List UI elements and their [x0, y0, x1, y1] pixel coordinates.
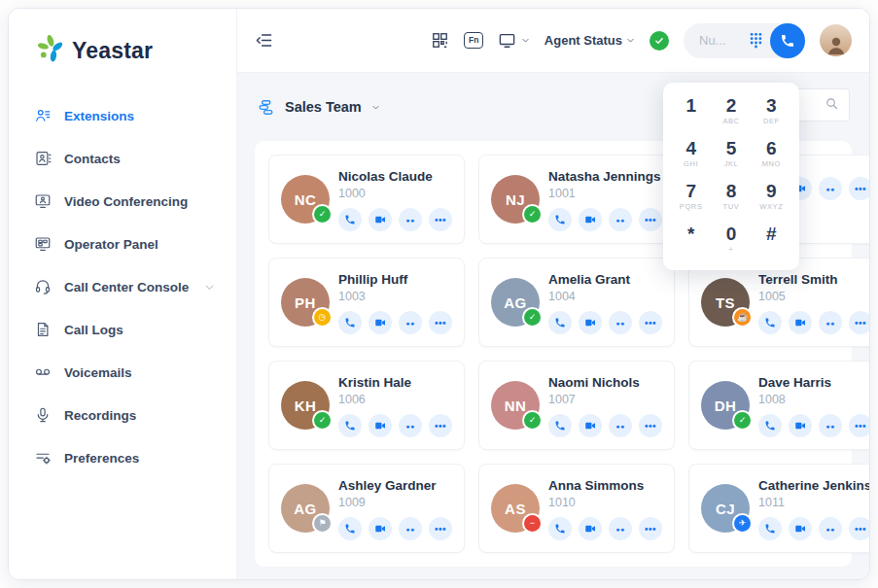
video-call-button[interactable]	[579, 517, 602, 540]
dialpad-key-4[interactable]: 4GHI	[671, 139, 711, 177]
dialpad-key-#[interactable]: #	[752, 225, 791, 262]
sidebar-item-recordings[interactable]: Recordings	[34, 394, 236, 436]
voicemail-button[interactable]: ●●	[399, 208, 422, 231]
device-selector[interactable]	[498, 31, 530, 50]
video-call-button[interactable]	[789, 517, 812, 540]
dialpad-key-3[interactable]: 3DEF	[752, 96, 791, 134]
extension-card[interactable]: CJ✈Catherine Jenkins1011●●•••	[688, 464, 870, 553]
extension-card[interactable]: AG✓Amelia Grant1004●●•••	[478, 258, 675, 347]
voicemail-button[interactable]: ●●	[609, 414, 632, 437]
more-options-button[interactable]: •••	[639, 208, 662, 231]
video-call-button[interactable]	[369, 414, 392, 437]
dialpad-key-7[interactable]: 7PQRS	[671, 182, 711, 220]
video-call-button[interactable]	[579, 208, 602, 231]
voicemail-button[interactable]: ●●	[609, 311, 632, 334]
extension-card[interactable]: PH◷Phillip Huff1003●●•••	[268, 258, 465, 347]
voicemail-button[interactable]: ●●	[819, 414, 842, 437]
operator-panel-icon	[34, 235, 52, 253]
dialpad-key-6[interactable]: 6MNO	[752, 139, 791, 177]
search-icon	[825, 96, 839, 115]
video-call-button[interactable]	[579, 311, 602, 334]
more-options-button[interactable]: •••	[429, 414, 452, 437]
sidebar-item-contacts[interactable]: Contacts	[34, 137, 236, 180]
more-options-button[interactable]: •••	[639, 311, 662, 334]
extension-card[interactable]: DH✓Dave Harris1008●●•••	[688, 361, 870, 450]
audio-call-button[interactable]	[338, 311, 362, 334]
audio-call-button[interactable]	[758, 311, 782, 334]
user-avatar[interactable]	[820, 24, 852, 56]
voicemail-button[interactable]: ●●	[819, 177, 842, 200]
more-options-button[interactable]: •••	[429, 208, 452, 231]
more-options-button[interactable]: •••	[429, 517, 452, 540]
video-call-button[interactable]	[369, 311, 392, 334]
sidebar-item-call-center-console[interactable]: Call Center Console	[34, 265, 236, 308]
sidebar-item-operator-panel[interactable]: Operator Panel	[34, 223, 236, 265]
more-options-button[interactable]: •••	[849, 517, 870, 540]
group-selector[interactable]: Sales Team	[285, 99, 362, 115]
call-button[interactable]	[770, 23, 805, 58]
recordings-icon	[34, 406, 52, 424]
audio-call-button[interactable]	[758, 517, 782, 540]
video-call-button[interactable]	[369, 208, 392, 231]
sidebar-item-label: Operator Panel	[64, 237, 158, 252]
function-keys-icon[interactable]: Fn	[464, 32, 482, 49]
video-call-button[interactable]	[789, 311, 812, 334]
dialpad-key-0[interactable]: 0+	[711, 225, 751, 262]
more-options-button[interactable]: •••	[639, 414, 662, 437]
sidebar-item-extensions[interactable]: Extensions	[34, 94, 236, 137]
dial-number-input[interactable]	[697, 32, 742, 49]
extension-card[interactable]: KH✓Kristin Hale1006●●•••	[268, 361, 465, 450]
extension-card[interactable]: NJ✓Natasha Jennings1001●●•••	[478, 155, 675, 244]
chevron-down-icon[interactable]	[371, 103, 380, 112]
audio-call-button[interactable]	[548, 311, 572, 334]
chevron-down-icon	[204, 282, 215, 293]
more-options-button[interactable]: •••	[639, 517, 662, 540]
sidebar-item-call-logs[interactable]: Call Logs	[34, 308, 236, 351]
more-options-button[interactable]: •••	[849, 177, 870, 200]
dialpad-key-8[interactable]: 8TUV	[711, 182, 751, 220]
audio-call-button[interactable]	[338, 208, 362, 231]
dialpad-key-9[interactable]: 9WXYZ	[752, 182, 791, 220]
voicemail-button[interactable]: ●●	[399, 414, 422, 437]
more-options-button[interactable]: •••	[849, 311, 870, 334]
audio-call-button[interactable]	[758, 414, 782, 437]
video-call-button[interactable]	[789, 414, 812, 437]
extension-card[interactable]: AS−Anna Simmons1010●●•••	[478, 464, 675, 553]
status-available-badge: ✓	[522, 204, 543, 225]
dialpad-key-*[interactable]: *	[671, 225, 711, 262]
sidebar-item-voicemails[interactable]: Voicemails	[34, 351, 236, 394]
extension-card[interactable]: NN✓Naomi Nichols1007●●•••	[478, 361, 675, 450]
extension-card[interactable]: AG⚑Ashley Gardner1009●●•••	[268, 464, 465, 553]
video-call-button[interactable]	[369, 517, 392, 540]
collapse-sidebar-icon[interactable]	[255, 31, 273, 50]
voicemail-button[interactable]: ●●	[819, 311, 842, 334]
extension-number: 1007	[548, 393, 662, 406]
more-options-button[interactable]: •••	[849, 414, 870, 437]
presence-available-icon[interactable]	[650, 31, 669, 51]
extension-name: Naomi Nichols	[548, 375, 662, 390]
status-available-badge: ✓	[522, 307, 543, 328]
voicemail-button[interactable]: ●●	[609, 517, 632, 540]
more-options-button[interactable]: •••	[429, 311, 452, 334]
audio-call-button[interactable]	[548, 517, 572, 540]
dialpad-key-5[interactable]: 5JKL	[711, 139, 751, 177]
agent-status-dropdown[interactable]: Agent Status	[544, 33, 635, 48]
audio-call-button[interactable]	[548, 414, 572, 437]
voicemail-button[interactable]: ●●	[399, 311, 422, 334]
sidebar-item-preferences[interactable]: Preferences	[34, 436, 236, 479]
dialpad-icon[interactable]	[750, 32, 762, 49]
dialpad-key-1[interactable]: 1	[671, 96, 711, 134]
sidebar-item-video-conferencing[interactable]: Video Conferencing	[34, 180, 236, 223]
voicemail-button[interactable]: ●●	[819, 517, 842, 540]
audio-call-button[interactable]	[338, 517, 362, 540]
extension-card[interactable]: TS☕Terrell Smith1005●●•••	[688, 258, 870, 347]
qr-code-icon[interactable]	[431, 31, 449, 50]
voicemail-button[interactable]: ●●	[609, 208, 632, 231]
video-call-button[interactable]	[579, 414, 602, 437]
sidebar-item-label: Video Conferencing	[64, 194, 188, 209]
audio-call-button[interactable]	[338, 414, 362, 437]
voicemail-button[interactable]: ●●	[399, 517, 422, 540]
extension-card[interactable]: NC✓Nicolas Claude1000●●•••	[268, 155, 465, 244]
dialpad-key-2[interactable]: 2ABC	[711, 96, 751, 134]
audio-call-button[interactable]	[548, 208, 572, 231]
